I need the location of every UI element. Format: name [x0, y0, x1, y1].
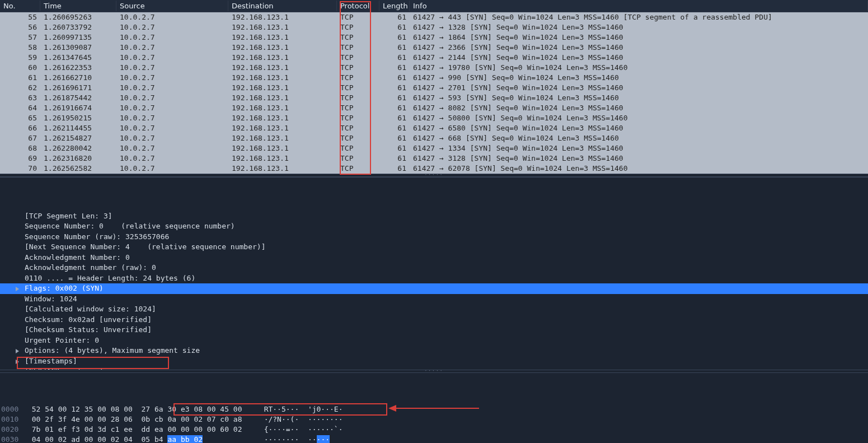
cell-src: 10.0.2.7 [116, 143, 228, 153]
cell-proto: TCP [337, 103, 379, 113]
cell-proto: TCP [337, 83, 379, 93]
table-row[interactable]: 611.26166271010.0.2.7192.168.123.1TCP616… [0, 73, 868, 83]
detail-line[interactable]: Acknowledgment Number: 0 [0, 253, 868, 263]
cell-proto: TCP [337, 123, 379, 133]
cell-proto: TCP [337, 143, 379, 153]
detail-line[interactable]: Options: (4 bytes), Maximum segment size [0, 346, 868, 356]
hex-row[interactable]: 0000 52 54 00 12 35 00 08 00 27 6a 30 e3… [1, 404, 868, 414]
table-row[interactable]: 631.26187544210.0.2.7192.168.123.1TCP616… [0, 93, 868, 103]
packet-list[interactable]: 551.26069526310.0.2.7192.168.123.1TCP616… [0, 12, 868, 174]
table-row[interactable]: 581.26130908710.0.2.7192.168.123.1TCP616… [0, 43, 868, 53]
cell-len: 61 [379, 143, 410, 153]
cell-src: 10.0.2.7 [116, 113, 228, 123]
cell-proto: TCP [337, 43, 379, 53]
detail-line[interactable]: [Calculated window size: 1024] [0, 304, 868, 315]
cell-dst: 192.168.123.1 [228, 103, 337, 113]
cell-proto: TCP [337, 73, 379, 83]
cell-src: 10.0.2.7 [116, 93, 228, 103]
cell-len: 61 [379, 153, 410, 164]
table-row[interactable]: 561.26073379210.0.2.7192.168.123.1TCP616… [0, 22, 868, 32]
hex-dump[interactable]: 0000 52 54 00 12 35 00 08 00 27 6a 30 e3… [0, 373, 868, 443]
cell-dst: 192.168.123.1 [228, 63, 337, 73]
cell-proto: TCP [337, 113, 379, 123]
cell-info: 61427 → 2144 [SYN] Seq=0 Win=1024 Len=3 … [410, 53, 868, 63]
hex-row[interactable]: 0020 7b 01 ef f3 0d 3d c1 ee dd ea 00 00… [1, 425, 868, 435]
cell-no: 66 [0, 123, 40, 133]
cell-len: 61 [379, 83, 410, 93]
cell-no: 60 [0, 63, 40, 73]
cell-dst: 192.168.123.1 [228, 133, 337, 143]
cell-proto: TCP [337, 133, 379, 143]
table-row[interactable]: 641.26191667410.0.2.7192.168.123.1TCP616… [0, 103, 868, 113]
cell-src: 10.0.2.7 [116, 73, 228, 83]
cell-no: 58 [0, 43, 40, 53]
table-row[interactable]: 681.26228004210.0.2.7192.168.123.1TCP616… [0, 143, 868, 153]
detail-line[interactable]: [Timestamps] [0, 356, 868, 367]
cell-dst: 192.168.123.1 [228, 123, 337, 133]
detail-line[interactable]: [TCP Segment Len: 3] [0, 211, 868, 222]
cell-info: 61427 → 1334 [SYN] Seq=0 Win=1024 Len=3 … [410, 143, 868, 153]
packet-details[interactable]: [TCP Segment Len: 3]Sequence Number: 0 (… [0, 177, 868, 370]
detail-line[interactable]: Acknowledgment number (raw): 0 [0, 263, 868, 273]
cell-src: 10.0.2.7 [116, 43, 228, 53]
cell-dst: 192.168.123.1 [228, 153, 337, 164]
cell-src: 10.0.2.7 [116, 83, 228, 93]
detail-line[interactable]: 0110 .... = Header Length: 24 bytes (6) [0, 273, 868, 284]
detail-line[interactable]: [Checksum Status: Unverified] [0, 325, 868, 335]
column-header-info[interactable]: Info [410, 1, 868, 11]
hex-row[interactable]: 0030 04 00 02 ad 00 00 02 04 05 b4 aa bb… [1, 435, 868, 443]
cell-no: 67 [0, 133, 40, 143]
cell-src: 10.0.2.7 [116, 32, 228, 43]
cell-info: 61427 → 443 [SYN] Seq=0 Win=1024 Len=3 M… [410, 12, 868, 22]
table-row[interactable]: 671.26215482710.0.2.7192.168.123.1TCP616… [0, 133, 868, 143]
column-header-protocol[interactable]: Protocol [337, 1, 379, 11]
table-row[interactable]: 591.26134764510.0.2.7192.168.123.1TCP616… [0, 53, 868, 63]
table-row[interactable]: 601.26162235310.0.2.7192.168.123.1TCP616… [0, 63, 868, 73]
cell-no: 64 [0, 103, 40, 113]
cell-src: 10.0.2.7 [116, 123, 228, 133]
cell-src: 10.0.2.7 [116, 164, 228, 174]
table-row[interactable]: 691.26231682010.0.2.7192.168.123.1TCP616… [0, 153, 868, 164]
cell-time: 1.261916674 [40, 103, 116, 113]
detail-line[interactable]: Sequence Number: 0 (relative sequence nu… [0, 221, 868, 232]
cell-info: 61427 → 62078 [SYN] Seq=0 Win=1024 Len=3… [410, 164, 868, 174]
cell-info: 61427 → 668 [SYN] Seq=0 Win=1024 Len=3 M… [410, 133, 868, 143]
cell-info: 61427 → 19780 [SYN] Seq=0 Win=1024 Len=3… [410, 63, 868, 73]
cell-no: 70 [0, 164, 40, 174]
column-header-destination[interactable]: Destination [228, 1, 337, 11]
detail-line[interactable]: Urgent Pointer: 0 [0, 335, 868, 346]
detail-line[interactable]: [SEQ/ACK analysis] [0, 366, 868, 370]
table-row[interactable]: 661.26211445510.0.2.7192.168.123.1TCP616… [0, 123, 868, 133]
cell-proto: TCP [337, 63, 379, 73]
table-row[interactable]: 551.26069526310.0.2.7192.168.123.1TCP616… [0, 12, 868, 22]
cell-proto: TCP [337, 32, 379, 43]
cell-src: 10.0.2.7 [116, 63, 228, 73]
cell-proto: TCP [337, 12, 379, 22]
table-row[interactable]: 651.26195021510.0.2.7192.168.123.1TCP616… [0, 113, 868, 123]
cell-no: 69 [0, 153, 40, 164]
cell-time: 1.262114455 [40, 123, 116, 133]
cell-info: 61427 → 50800 [SYN] Seq=0 Win=1024 Len=3… [410, 113, 868, 123]
cell-dst: 192.168.123.1 [228, 164, 337, 174]
column-header-no[interactable]: No. [0, 1, 40, 11]
detail-line[interactable]: Flags: 0x002 (SYN) [0, 283, 868, 294]
table-row[interactable]: 571.26099713510.0.2.7192.168.123.1TCP616… [0, 32, 868, 43]
cell-src: 10.0.2.7 [116, 153, 228, 164]
cell-dst: 192.168.123.1 [228, 22, 337, 32]
detail-line[interactable]: [Next Sequence Number: 4 (relative seque… [0, 242, 868, 253]
cell-proto: TCP [337, 153, 379, 164]
hex-row[interactable]: 0010 00 2f 3f 4e 00 00 28 06 0b cb 0a 00… [1, 414, 868, 425]
column-header-time[interactable]: Time [40, 1, 116, 11]
cell-no: 61 [0, 73, 40, 83]
cell-dst: 192.168.123.1 [228, 113, 337, 123]
table-row[interactable]: 621.26169617110.0.2.7192.168.123.1TCP616… [0, 83, 868, 93]
cell-info: 61427 → 6580 [SYN] Seq=0 Win=1024 Len=3 … [410, 123, 868, 133]
detail-line[interactable]: Window: 1024 [0, 294, 868, 305]
table-row[interactable]: 701.26256258210.0.2.7192.168.123.1TCP616… [0, 164, 868, 174]
cell-time: 1.260997135 [40, 32, 116, 43]
cell-proto: TCP [337, 22, 379, 32]
column-header-source[interactable]: Source [116, 1, 228, 11]
detail-line[interactable]: Checksum: 0x02ad [unverified] [0, 315, 868, 325]
detail-line[interactable]: Sequence Number (raw): 3253657066 [0, 232, 868, 243]
column-header-length[interactable]: Length [379, 1, 410, 11]
